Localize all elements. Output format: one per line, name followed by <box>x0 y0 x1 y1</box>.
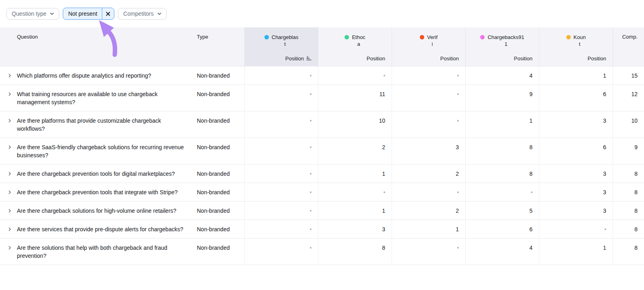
position-value-cell <box>244 183 318 201</box>
position-value-cell: 2 <box>392 165 465 183</box>
competitor-dot-icon <box>264 35 269 39</box>
competitor-name: Koun t <box>546 34 606 47</box>
position-value-cell: 10 <box>613 111 644 138</box>
sort-icon <box>306 56 312 61</box>
position-value-cell <box>318 66 392 84</box>
column-header-competitor: Chargebacks91 1Position <box>465 27 539 66</box>
position-value-cell: 9 <box>465 85 539 111</box>
type-cell: Non-branded <box>194 85 244 111</box>
not-present-dot-icon <box>310 228 312 230</box>
competitors-filter[interactable]: Competitors <box>118 8 166 20</box>
position-value-cell: 1 <box>318 165 392 183</box>
position-sort-header[interactable]: Position <box>367 56 385 62</box>
question-text: Are there services that provide pre-disp… <box>17 226 183 232</box>
position-value-cell: 9 <box>613 138 644 164</box>
question-text: Are there chargeback solutions for high-… <box>17 208 176 214</box>
page: Question type Not present Competitors <box>0 0 644 290</box>
question-cell: Are there SaaS-friendly chargeback solut… <box>0 138 194 164</box>
expand-chevron-icon[interactable] <box>7 245 12 250</box>
not-present-dot-icon <box>310 146 312 148</box>
table-row: Are there solutions that help with both … <box>0 239 644 265</box>
competitor-name: Chargebacks91 1 <box>472 34 533 47</box>
position-value-cell <box>392 183 465 201</box>
position-value-cell: 6 <box>465 220 539 238</box>
expand-chevron-icon[interactable] <box>7 73 12 78</box>
competitor-name: Ethoc a <box>325 34 385 47</box>
position-value-cell <box>244 202 318 220</box>
not-present-dot-icon <box>457 120 459 121</box>
position-value-cell <box>465 183 539 201</box>
remove-filter-button[interactable] <box>102 8 114 19</box>
column-header-competitor: Koun tPosition <box>539 27 613 66</box>
position-sort-header[interactable]: Position <box>514 56 533 62</box>
position-value-cell: 5 <box>465 202 539 220</box>
position-value-cell: 8 <box>465 138 539 164</box>
position-value-cell <box>318 183 392 201</box>
position-value-cell <box>539 220 613 238</box>
not-present-dot-icon <box>531 191 533 193</box>
position-sort-header[interactable]: Position <box>588 56 606 62</box>
type-cell: Non-branded <box>194 165 244 183</box>
not-present-dot-icon <box>457 191 459 193</box>
type-cell: Non-branded <box>194 66 244 84</box>
position-value-cell: 4 <box>465 66 539 84</box>
position-value-cell: 15 <box>613 66 644 84</box>
position-sort-header[interactable]: Position <box>285 56 312 62</box>
not-present-dot-icon <box>457 247 459 249</box>
question-text: Are there platforms that provide customi… <box>17 117 161 132</box>
expand-chevron-icon[interactable] <box>7 118 12 123</box>
not-present-dot-icon <box>605 228 606 230</box>
position-value-cell: 1 <box>539 239 613 265</box>
position-value-cell: 2 <box>318 138 392 164</box>
question-cell: Are there services that provide pre-disp… <box>0 220 194 238</box>
question-cell: Are there platforms that provide customi… <box>0 111 194 138</box>
position-value-cell <box>244 85 318 111</box>
table-header-row: Question Type Chargeblas tPositionEthoc … <box>0 27 644 66</box>
table-row: Are there chargeback prevention tools fo… <box>0 165 644 183</box>
question-cell: Are there solutions that help with both … <box>0 239 194 265</box>
not-present-filter-chip[interactable]: Not present <box>63 8 114 20</box>
expand-chevron-icon[interactable] <box>7 145 12 150</box>
expand-chevron-icon[interactable] <box>7 171 12 176</box>
question-cell: Are there chargeback solutions for high-… <box>0 202 194 220</box>
question-cell: Are there chargeback prevention tools th… <box>0 183 194 201</box>
position-value-cell: 3 <box>318 220 392 238</box>
position-value-cell: 8 <box>613 220 644 238</box>
expand-chevron-icon[interactable] <box>7 227 12 232</box>
not-present-dot-icon <box>384 75 385 76</box>
type-cell: Non-branded <box>194 138 244 164</box>
question-cell: Which platforms offer dispute analytics … <box>0 66 194 84</box>
column-header-comp: Comp. <box>613 27 644 66</box>
expand-chevron-icon[interactable] <box>7 190 12 195</box>
position-value-cell <box>244 138 318 164</box>
position-value-cell: 8 <box>613 239 644 265</box>
type-cell: Non-branded <box>194 202 244 220</box>
position-sort-header[interactable]: Position <box>440 56 459 62</box>
table-row: Which platforms offer dispute analytics … <box>0 66 644 85</box>
question-type-filter[interactable]: Question type <box>6 8 59 20</box>
not-present-filter-label: Not present <box>63 10 101 17</box>
competitor-dot-icon <box>480 35 485 39</box>
question-text: Are there chargeback prevention tools th… <box>17 189 178 195</box>
column-header-competitor: Ethoc aPosition <box>318 27 392 66</box>
questions-table: Question Type Chargeblas tPositionEthoc … <box>0 27 644 265</box>
expand-chevron-icon[interactable] <box>7 208 12 213</box>
position-value-cell: 8 <box>613 165 644 183</box>
position-value-cell: 3 <box>539 165 613 183</box>
position-value-cell: 8 <box>613 202 644 220</box>
not-present-dot-icon <box>310 75 312 76</box>
position-value-cell: 10 <box>318 111 392 138</box>
column-header-competitor: Chargeblas tPosition <box>244 27 318 66</box>
not-present-dot-icon <box>457 93 459 95</box>
not-present-dot-icon <box>310 210 312 212</box>
competitor-dot-icon <box>420 35 424 39</box>
question-text: Are there chargeback prevention tools fo… <box>17 171 175 177</box>
position-value-cell <box>392 85 465 111</box>
position-value-cell: 8 <box>318 239 392 265</box>
type-cell: Non-branded <box>194 111 244 138</box>
filter-bar: Question type Not present Competitors <box>0 0 644 27</box>
table-body: Which platforms offer dispute analytics … <box>0 66 644 265</box>
chevron-down-icon <box>50 11 54 16</box>
position-value-cell <box>244 220 318 238</box>
expand-chevron-icon[interactable] <box>7 92 12 97</box>
